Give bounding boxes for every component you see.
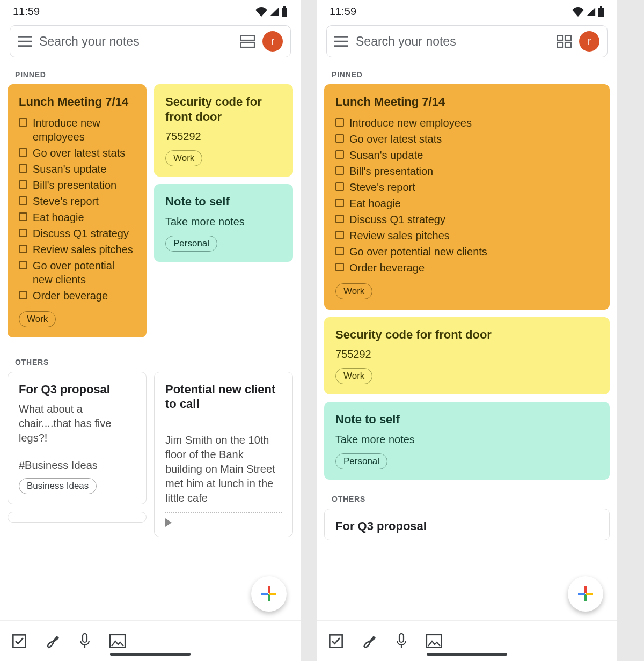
checkbox-icon[interactable]: [19, 212, 27, 221]
avatar[interactable]: r: [579, 31, 599, 52]
checklist-item[interactable]: Bill's presentation: [19, 177, 135, 193]
new-checklist-icon[interactable]: [12, 634, 27, 649]
checkbox-icon[interactable]: [335, 247, 344, 255]
checkbox-icon[interactable]: [335, 182, 344, 191]
svg-rect-17: [584, 586, 587, 593]
checklist-item[interactable]: Discuss Q1 strategy: [19, 225, 135, 241]
menu-icon[interactable]: [18, 36, 32, 47]
layout-toggle-grid-icon[interactable]: [557, 35, 572, 48]
nav-indicator[interactable]: [110, 653, 191, 656]
checklist-item[interactable]: Review sales pitches: [19, 241, 135, 258]
svg-rect-20: [586, 593, 593, 595]
checkbox-icon[interactable]: [19, 118, 27, 127]
note-tag[interactable]: Personal: [165, 236, 217, 252]
new-drawing-icon[interactable]: [362, 634, 377, 649]
checklist-item[interactable]: Susan's update: [19, 161, 135, 177]
new-checklist-icon[interactable]: [328, 634, 343, 649]
checkbox-icon[interactable]: [335, 118, 344, 127]
svg-rect-21: [330, 635, 342, 647]
new-image-icon[interactable]: [426, 634, 442, 648]
note-tag[interactable]: Business Ideas: [19, 478, 97, 494]
checklist-item[interactable]: Bill's presentation: [335, 163, 598, 179]
search-bar[interactable]: Search your notes r: [326, 25, 608, 57]
note-tag[interactable]: Work: [165, 150, 202, 166]
checkbox-icon[interactable]: [335, 150, 344, 159]
audio-separator: [165, 512, 282, 527]
checklist-item[interactable]: Eat hoagie: [19, 209, 135, 225]
checkbox-icon[interactable]: [335, 199, 344, 207]
play-icon[interactable]: [165, 518, 172, 527]
new-image-icon[interactable]: [109, 634, 126, 648]
note-card[interactable]: Lunch Meeting 7/14 Introduce new employe…: [324, 84, 610, 310]
new-drawing-icon[interactable]: [45, 634, 60, 649]
checkbox-icon[interactable]: [19, 148, 27, 157]
checkbox-icon[interactable]: [19, 164, 27, 173]
note-card[interactable]: Security code for front door 755292 Work: [154, 84, 293, 177]
note-title: For Q3 proposal: [19, 382, 135, 397]
note-body: 755292: [335, 347, 598, 362]
section-others-label: OTHERS: [317, 480, 617, 509]
fab-new-note[interactable]: [251, 576, 287, 612]
search-bar[interactable]: Search your notes r: [10, 25, 291, 57]
note-card[interactable]: [8, 512, 147, 523]
checkbox-icon[interactable]: [19, 229, 27, 237]
note-body: What about a chair....that has five legs…: [19, 402, 135, 445]
checkbox-icon[interactable]: [335, 263, 344, 271]
checkbox-icon[interactable]: [335, 215, 344, 223]
note-card[interactable]: For Q3 proposal What about a chair....th…: [8, 372, 147, 505]
note-title: Security code for front door: [165, 94, 282, 124]
status-bar: 11:59: [0, 0, 301, 21]
checklist-item[interactable]: Review sales pitches: [335, 227, 598, 244]
svg-rect-2: [240, 35, 254, 40]
checkbox-icon[interactable]: [335, 166, 344, 175]
note-card[interactable]: Lunch Meeting 7/14 Introduce new employe…: [8, 84, 147, 337]
note-title: For Q3 proposal: [335, 519, 598, 534]
note-tag[interactable]: Work: [335, 368, 372, 384]
checkbox-icon[interactable]: [19, 245, 27, 253]
note-body: Take more notes: [335, 432, 598, 447]
checklist-item[interactable]: Order beverage: [19, 288, 135, 304]
search-input[interactable]: Search your notes: [39, 34, 232, 49]
note-tag[interactable]: Work: [335, 283, 372, 299]
checklist-item[interactable]: Steve's report: [19, 193, 135, 209]
note-card[interactable]: Note to self Take more notes Personal: [154, 184, 293, 262]
avatar[interactable]: r: [262, 31, 283, 52]
checklist-item[interactable]: Go over potential new clients: [19, 258, 135, 288]
svg-rect-5: [268, 594, 270, 601]
checklist-item[interactable]: Eat hoagie: [335, 195, 598, 211]
svg-rect-18: [584, 594, 587, 601]
checklist-item[interactable]: Go over latest stats: [335, 131, 598, 147]
checklist-item[interactable]: Go over potential new clients: [335, 244, 598, 260]
note-body: 755292: [165, 129, 282, 144]
new-audio-icon[interactable]: [395, 633, 408, 649]
note-card[interactable]: Security code for front door 755292 Work: [324, 317, 610, 395]
checklist-item[interactable]: Go over latest stats: [19, 145, 135, 161]
checklist-item[interactable]: Order beverage: [335, 260, 598, 276]
search-input[interactable]: Search your notes: [356, 34, 549, 49]
checklist-item[interactable]: Introduce new employees: [335, 115, 598, 131]
note-tag[interactable]: Work: [19, 311, 56, 327]
note-tag[interactable]: Personal: [335, 453, 387, 469]
checklist-item[interactable]: Susan's update: [335, 147, 598, 163]
checkbox-icon[interactable]: [19, 261, 27, 269]
menu-icon[interactable]: [334, 36, 348, 47]
note-card[interactable]: Potential new client to call Jim Smith o…: [154, 372, 293, 537]
new-audio-icon[interactable]: [78, 633, 91, 649]
checkbox-icon[interactable]: [335, 231, 344, 239]
checkbox-icon[interactable]: [19, 291, 27, 299]
battery-icon: [281, 6, 288, 17]
note-card[interactable]: For Q3 proposal: [324, 509, 610, 541]
checklist-item[interactable]: Introduce new employees: [19, 115, 135, 145]
nav-indicator[interactable]: [427, 653, 507, 656]
note-card[interactable]: Note to self Take more notes Personal: [324, 402, 610, 480]
layout-toggle-list-icon[interactable]: [240, 35, 255, 48]
checklist-item[interactable]: Discuss Q1 strategy: [335, 211, 598, 227]
checkbox-icon[interactable]: [335, 134, 344, 143]
checklist-item[interactable]: Steve's report: [335, 179, 598, 195]
checkbox-icon[interactable]: [19, 180, 27, 189]
note-title: Note to self: [165, 194, 282, 209]
note-body: Take more notes: [165, 215, 282, 229]
checkbox-icon[interactable]: [19, 196, 27, 205]
fab-new-note[interactable]: [568, 576, 603, 612]
svg-rect-22: [399, 634, 404, 642]
